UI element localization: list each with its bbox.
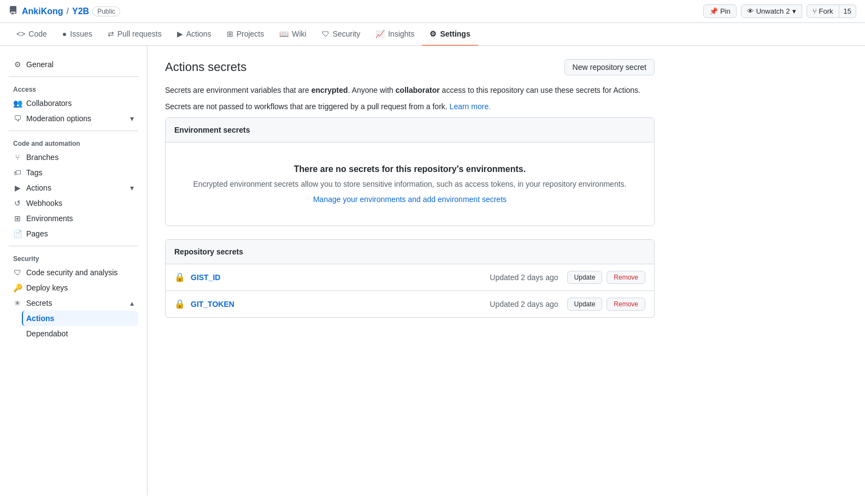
fork-icon: ⑂ (813, 7, 817, 15)
tab-wiki[interactable]: 📖 Wiki (272, 23, 314, 46)
code-security-icon: 🛡 (13, 268, 22, 277)
sidebar-item-general[interactable]: ⚙ General (9, 57, 138, 72)
remove-secret-button[interactable]: Remove (607, 271, 645, 284)
sidebar-item-webhooks[interactable]: ↺ Webhooks (9, 195, 138, 211)
sidebar-secrets-sub: Actions Dependabot (9, 311, 138, 341)
env-secrets-card: Environment secrets There are no secrets… (165, 117, 655, 226)
unwatch-button[interactable]: 👁 Unwatch 2 ▾ (741, 4, 802, 18)
branches-icon: ⑂ (13, 153, 22, 162)
secret-updated: Updated 2 days ago (490, 273, 558, 282)
nav-tabs: <> Code ● Issues ⇄ Pull requests ▶ Actio… (0, 23, 865, 46)
code-icon: <> (16, 29, 25, 38)
security-icon: 🛡 (322, 29, 329, 38)
sidebar-item-branches[interactable]: ⑂ Branches (9, 150, 138, 165)
layout: ⚙ General Access 👥 Collaborators 🗨 Moder… (0, 46, 865, 495)
moderation-icon: 🗨 (13, 114, 22, 123)
sidebar-divider-1 (9, 76, 138, 77)
projects-icon: ⊞ (227, 29, 233, 38)
remove-secret-button[interactable]: Remove (607, 298, 645, 311)
tab-projects[interactable]: ⊞ Projects (219, 23, 272, 46)
env-secrets-body: There are no secrets for this repository… (166, 143, 654, 226)
env-secrets-header: Environment secrets (166, 118, 654, 143)
lock-icon: 🔒 (174, 299, 185, 309)
tab-actions[interactable]: ▶ Actions (169, 23, 219, 46)
repo-link[interactable]: Y2B (72, 7, 89, 16)
top-bar: AnkiKong / Y2B Public 📌 Pin 👁 Unwatch 2 … (0, 0, 865, 23)
sidebar-divider-3 (9, 246, 138, 246)
settings-icon: ⚙ (429, 29, 437, 38)
manage-environments-link[interactable]: Manage your environments and add environ… (313, 195, 507, 204)
secret-action-buttons: Update Remove (567, 298, 645, 311)
webhooks-icon: ↺ (13, 199, 22, 207)
insights-icon: 📈 (375, 29, 385, 38)
new-secret-button[interactable]: New repository secret (564, 59, 655, 75)
sidebar-access-header: Access (9, 81, 138, 96)
repo-icon (9, 6, 17, 16)
env-empty-desc: Encrypted environment secrets allow you … (176, 180, 643, 188)
repo-secrets-card: Repository secrets 🔒 GIST_ID Updated 2 d… (165, 239, 655, 318)
unwatch-group: 👁 Unwatch 2 ▾ (741, 4, 802, 18)
sidebar-code-section: Code and automation ⑂ Branches 🏷 Tags ▶ … (9, 135, 138, 241)
pin-icon: 📌 (709, 7, 718, 15)
sidebar-security-section: Security 🛡 Code security and analysis 🔑 … (9, 251, 138, 341)
sidebar-item-moderation[interactable]: 🗨 Moderation options ▾ (9, 111, 138, 126)
description-2: Secrets are not passed to workflows that… (165, 100, 655, 112)
sidebar-general-section: ⚙ General (9, 57, 138, 72)
actions-icon: ▶ (177, 29, 183, 38)
tab-pull-requests[interactable]: ⇄ Pull requests (100, 23, 169, 46)
issues-icon: ● (62, 29, 67, 38)
sidebar-item-environments[interactable]: ⊞ Environments (9, 211, 138, 226)
sidebar-item-pages[interactable]: 📄 Pages (9, 226, 138, 241)
tab-settings[interactable]: ⚙ Settings (422, 23, 478, 46)
secret-name: GIT_TOKEN (191, 300, 490, 309)
env-empty-state: There are no secrets for this repository… (166, 143, 654, 226)
page-header: Actions secrets New repository secret (165, 59, 655, 75)
eye-icon: 👁 (747, 7, 754, 15)
sidebar-item-secrets[interactable]: ✳ Secrets ▴ (9, 295, 138, 311)
sidebar-code-header: Code and automation (9, 135, 138, 150)
secret-rows: 🔒 GIST_ID Updated 2 days ago Update Remo… (166, 264, 654, 317)
tab-insights[interactable]: 📈 Insights (368, 23, 422, 46)
pull-requests-icon: ⇄ (108, 29, 114, 38)
tab-security[interactable]: 🛡 Security (314, 23, 368, 46)
tab-code[interactable]: <> Code (9, 23, 55, 46)
repo-title: AnkiKong / Y2B Public (22, 7, 120, 16)
repo-secrets-header: Repository secrets (166, 240, 654, 264)
chevron-up-icon: ▴ (130, 299, 134, 307)
sidebar-item-actions[interactable]: ▶ Actions ▾ (9, 180, 138, 195)
learn-more-link[interactable]: Learn more. (450, 102, 491, 111)
org-link[interactable]: AnkiKong (22, 7, 63, 16)
wiki-icon: 📖 (279, 29, 289, 38)
pin-button[interactable]: 📌 Pin (703, 4, 737, 18)
visibility-badge: Public (92, 7, 120, 16)
fork-count: 15 (839, 4, 856, 18)
sidebar-security-header: Security (9, 251, 138, 265)
secret-action-buttons: Update Remove (567, 271, 645, 284)
secret-updated: Updated 2 days ago (490, 300, 558, 309)
update-secret-button[interactable]: Update (567, 271, 603, 284)
tag-icon: 🏷 (13, 168, 22, 177)
people-icon: 👥 (13, 99, 22, 108)
sidebar-access-section: Access 👥 Collaborators 🗨 Moderation opti… (9, 81, 138, 126)
lock-icon: 🔒 (174, 272, 185, 282)
fork-button[interactable]: ⑂ Fork (807, 4, 839, 18)
update-secret-button[interactable]: Update (567, 298, 603, 311)
key-icon: 🔑 (13, 283, 22, 292)
chevron-down-icon: ▾ (130, 183, 134, 192)
sidebar-item-secrets-actions[interactable]: Actions (22, 311, 138, 326)
sidebar-divider-2 (9, 131, 138, 131)
sidebar-item-deploy-keys[interactable]: 🔑 Deploy keys (9, 280, 138, 295)
chevron-down-icon: ▾ (792, 7, 796, 15)
actions-sidebar-icon: ▶ (13, 183, 22, 192)
main-content: Actions secrets New repository secret Se… (148, 46, 672, 495)
sidebar-item-secrets-dependabot[interactable]: Dependabot (22, 326, 138, 341)
tab-issues[interactable]: ● Issues (55, 23, 100, 46)
page-title: Actions secrets (165, 60, 246, 74)
sidebar-item-collaborators[interactable]: 👥 Collaborators (9, 96, 138, 111)
sidebar-item-code-security[interactable]: 🛡 Code security and analysis (9, 265, 138, 280)
sidebar: ⚙ General Access 👥 Collaborators 🗨 Moder… (0, 46, 148, 495)
repo-secrets-body: 🔒 GIST_ID Updated 2 days ago Update Remo… (166, 264, 654, 317)
repo-sep: / (67, 7, 69, 16)
asterisk-icon: ✳ (13, 299, 22, 307)
sidebar-item-tags[interactable]: 🏷 Tags (9, 165, 138, 180)
